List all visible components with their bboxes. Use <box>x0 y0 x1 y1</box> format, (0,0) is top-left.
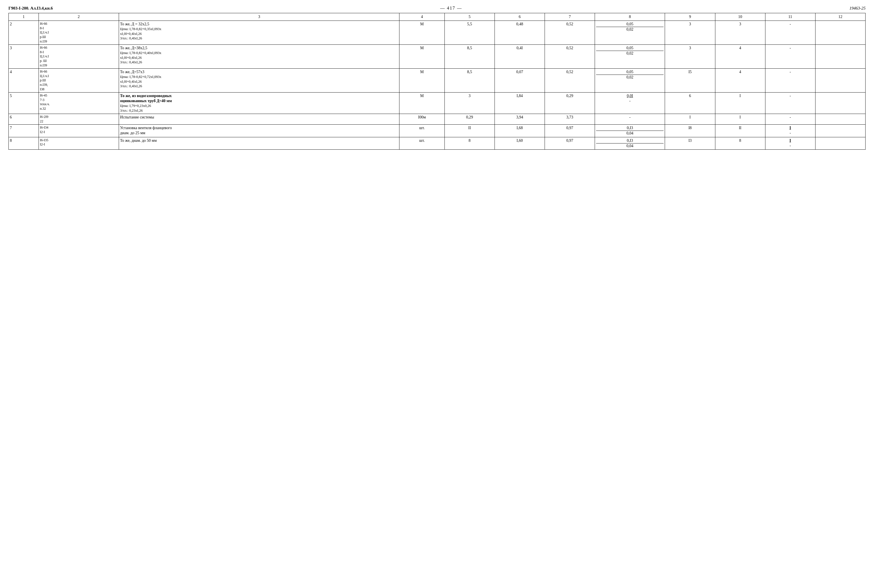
row-ref: I6-I34 I2-I <box>39 124 119 137</box>
row-col8: - <box>595 114 665 124</box>
row-col9: I <box>665 114 715 124</box>
col-header-12: 12 <box>815 13 865 21</box>
table-row: 4I6-66 Ц.I.ч.I р.Ш п.I39, I38То же, Д=57… <box>9 69 865 93</box>
row-unit: М <box>399 21 444 45</box>
row-col10: 4 <box>715 69 765 93</box>
row-col12 <box>815 21 865 45</box>
row-ref: I6-66 Ц.I.ч.I р.Ш п.I39, I38 <box>39 69 119 93</box>
row-col11: - <box>765 93 815 114</box>
row-col9: 3 <box>665 21 715 45</box>
row-col12 <box>815 124 865 137</box>
col-header-3: 3 <box>119 13 399 21</box>
row-ref: I6-2I9 22 <box>39 114 119 124</box>
row-col12 <box>815 69 865 93</box>
row-col11: - <box>765 114 815 124</box>
row-col10: 4 <box>715 45 765 69</box>
row-unit: шт. <box>399 124 444 137</box>
col-header-7: 7 <box>544 13 595 21</box>
row-col10: II <box>715 124 765 137</box>
row-col5: 8,5 <box>444 69 495 93</box>
row-description: Установка вентиля фланцевого диам. до 25… <box>119 124 399 137</box>
row-col8: 0,050,02 <box>595 45 665 69</box>
row-col10: 3 <box>715 21 765 45</box>
row-col12 <box>815 93 865 114</box>
row-col8: 0,0I- <box>595 93 665 114</box>
row-col6: I,68 <box>495 124 544 137</box>
row-number: 4 <box>9 69 39 93</box>
row-col7: 0,52 <box>544 69 595 93</box>
row-col5: 5,5 <box>444 21 495 45</box>
row-col7: 0,97 <box>544 124 595 137</box>
row-ref: I6-45 7-3 техн.ч. п.32 <box>39 93 119 114</box>
row-description: То же, Д=57х3Цена: I,78-0,82+0,72хI,093х… <box>119 69 399 93</box>
row-ref: I6-66 8-I Ц.I.ч.I р.Ш п.I39 <box>39 21 119 45</box>
row-col12 <box>815 114 865 124</box>
row-col12 <box>815 137 865 149</box>
row-unit: М <box>399 69 444 93</box>
row-col6: I,60 <box>495 137 544 149</box>
row-col9: I8 <box>665 124 715 137</box>
row-col5: 0,29 <box>444 114 495 124</box>
row-col5: II <box>444 124 495 137</box>
col-header-4: 4 <box>399 13 444 21</box>
col-header-1: 1 <box>9 13 39 21</box>
row-number: 3 <box>9 45 39 69</box>
row-number: 5 <box>9 93 39 114</box>
page-header: Г903-I-200. Ал.I3.4,кн.6 — 417 — 19463-2… <box>9 6 865 11</box>
row-col10: I <box>715 114 765 124</box>
table-row: 8I6-I35 I2-IТо же, диам. до 50 ммшт.8I,6… <box>9 137 865 149</box>
row-col9: I3 <box>665 137 715 149</box>
row-col7: 0,52 <box>544 21 595 45</box>
table-row: 7I6-I34 I2-IУстановка вентиля фланцевого… <box>9 124 865 137</box>
row-col11: I- <box>765 124 815 137</box>
row-unit: I00м <box>399 114 444 124</box>
row-col8: 0,050,02 <box>595 21 665 45</box>
col-header-2: 2 <box>39 13 119 21</box>
row-unit: М <box>399 45 444 69</box>
row-col7: 0,52 <box>544 45 595 69</box>
row-col7: 0,29 <box>544 93 595 114</box>
row-description: То же, Д=38х2,5Цена: I,78-0,82+0,40хI,09… <box>119 45 399 69</box>
row-col9: I5 <box>665 69 715 93</box>
col-header-8: 8 <box>595 13 665 21</box>
table-row: 6I6-2I9 22Испытание системыI00м0,293,943… <box>9 114 865 124</box>
row-col8: 0,050,02 <box>595 69 665 93</box>
row-description: Испытание системы <box>119 114 399 124</box>
row-col8: 0,I30,04 <box>595 124 665 137</box>
page-number: — 417 — <box>440 6 462 11</box>
row-col6: 0,07 <box>495 69 544 93</box>
row-col6: 0,48 <box>495 21 544 45</box>
row-number: 7 <box>9 124 39 137</box>
row-description: То же, из водогазопроводныхоцинкованных … <box>119 93 399 114</box>
row-ref: I6-I35 I2-I <box>39 137 119 149</box>
document-ref: Г903-I-200. Ал.I3.4,кн.6 <box>9 6 53 11</box>
row-col9: 6 <box>665 93 715 114</box>
row-col11: - <box>765 21 815 45</box>
col-header-11: 11 <box>765 13 815 21</box>
column-headers: 1 2 3 4 5 6 7 8 9 10 11 12 <box>9 13 865 21</box>
table-row: 2I6-66 8-I Ц.I.ч.I р.Ш п.I39То же, Д = 3… <box>9 21 865 45</box>
table-row: 3I6-66 8-I Ц.I.ч.I р. Ш п.I39То же, Д=38… <box>9 45 865 69</box>
row-col5: 3 <box>444 93 495 114</box>
row-col10: 8 <box>715 137 765 149</box>
row-col12 <box>815 45 865 69</box>
row-col10: I <box>715 93 765 114</box>
row-description: То же, диам. до 50 мм <box>119 137 399 149</box>
row-ref: I6-66 8-I Ц.I.ч.I р. Ш п.I39 <box>39 45 119 69</box>
row-col6: 3,94 <box>495 114 544 124</box>
col-header-9: 9 <box>665 13 715 21</box>
col-header-10: 10 <box>715 13 765 21</box>
row-number: 2 <box>9 21 39 45</box>
doc-number: 19463-25 <box>850 6 866 11</box>
col-header-6: 6 <box>495 13 544 21</box>
row-col9: 3 <box>665 45 715 69</box>
row-col11: I- <box>765 137 815 149</box>
row-number: 6 <box>9 114 39 124</box>
row-description: То же, Д = 32х2,5Цена: I,78-0,82+0,35хI,… <box>119 21 399 45</box>
row-col5: 8 <box>444 137 495 149</box>
row-col7: 3,73 <box>544 114 595 124</box>
row-col6: I,84 <box>495 93 544 114</box>
row-col6: 0,4I <box>495 45 544 69</box>
row-unit: шт. <box>399 137 444 149</box>
col-header-5: 5 <box>444 13 495 21</box>
